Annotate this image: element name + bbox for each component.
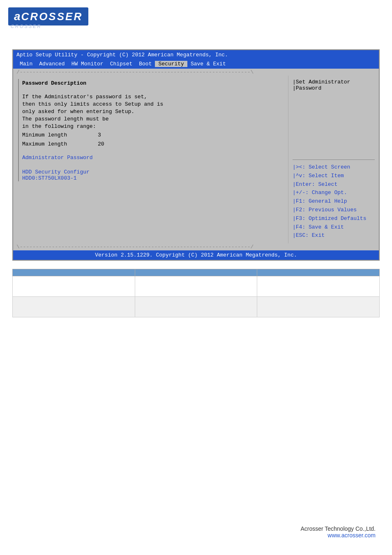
footer-url: www.acrosser.com	[300, 532, 376, 539]
table-cell	[257, 297, 380, 317]
data-table	[12, 269, 380, 317]
max-length-value: 20	[98, 140, 104, 149]
bios-title-text: Aptio Setup Utility - Copyright (C) 2012…	[16, 52, 228, 58]
logo-letter: a	[14, 10, 21, 23]
desc-line-4: The password length must be	[22, 116, 284, 122]
menu-main[interactable]: Main	[16, 61, 36, 67]
help-line-3: |Enter: Select	[293, 180, 375, 189]
min-length-value: 3	[98, 131, 101, 140]
help-line-1: |><: Select Screen	[293, 163, 375, 172]
admin-password-label: Administrator Password	[22, 155, 284, 161]
right-divider	[293, 160, 375, 160]
right-password: |Password	[293, 85, 375, 91]
desc-line-3: only asked for when entering Setup.	[22, 109, 284, 115]
desc-line-5: in the following range:	[22, 123, 284, 130]
menu-hwmonitor[interactable]: HW Monitor	[68, 61, 107, 67]
help-line-6: |F2: Previous Values	[293, 206, 375, 215]
menu-chipset[interactable]: Chipset	[107, 61, 136, 67]
bios-left-panel: Password Description If the Administrato…	[13, 76, 288, 243]
table-header-2	[135, 269, 257, 276]
help-line-9: |ESC: Exit	[293, 231, 375, 240]
table-area	[12, 269, 380, 317]
help-line-4: |+/-: Change Opt.	[293, 189, 375, 197]
help-line-2: |^v: Select Item	[293, 172, 375, 180]
bios-version: Version 2.15.1229. Copyright (C) 2012 Am…	[13, 250, 379, 260]
footer-company: Acrosser Technology Co.,Ltd.	[300, 525, 376, 532]
password-description-header: Password Description	[22, 79, 86, 88]
table-header-3	[257, 269, 380, 276]
table-cell	[13, 276, 135, 297]
bios-right-top: |Set Administrator |Password	[293, 79, 375, 91]
right-set-admin: |Set Administrator	[293, 79, 375, 85]
menu-security[interactable]: Security	[155, 61, 187, 67]
bios-menubar: Main Advanced HW Monitor Chipset Boot Se…	[13, 60, 379, 69]
table-row	[13, 276, 380, 297]
menu-advanced[interactable]: Advanced	[36, 61, 68, 67]
desc-line-1: If the Administrator's password is set,	[22, 94, 284, 100]
bios-top-separator: /---------------------------------------…	[13, 69, 379, 76]
min-length-row: Minimum length 3	[22, 131, 284, 140]
help-line-7: |F3: Optimized Defaults	[293, 215, 375, 223]
min-length-label: Minimum length	[22, 131, 96, 140]
table-cell	[257, 276, 380, 297]
menu-save-exit[interactable]: Save & Exit	[187, 61, 229, 67]
help-line-8: |F4: Save & Exit	[293, 223, 375, 232]
logo-box: a CROSSER	[8, 7, 88, 25]
table-cell	[135, 297, 257, 317]
bios-right-panel: |Set Administrator |Password |><: Select…	[288, 76, 379, 243]
desc-line-2: then this only limits access to Setup an…	[22, 101, 284, 107]
logo-text: CROSSER	[21, 10, 83, 23]
menu-boot[interactable]: Boot	[136, 61, 155, 67]
key-help-section: |><: Select Screen |^v: Select Item |Ent…	[293, 163, 375, 240]
bios-version-text: Version 2.15.1229. Copyright (C) 2012 Am…	[95, 252, 297, 258]
bios-bottom-separator: \---------------------------------------…	[13, 243, 379, 250]
max-length-row: Maximum length 20	[22, 140, 284, 149]
bios-left-inner: Password Description If the Administrato…	[18, 79, 284, 181]
max-length-label: Maximum length	[22, 140, 96, 149]
table-cell	[13, 297, 135, 317]
logo-area: a CROSSER CROSSER	[0, 0, 392, 33]
hdd-device: HDD0:ST750LX003-1	[22, 175, 284, 181]
hdd-security-label: HDD Security Configur	[22, 169, 284, 175]
table-header-1	[13, 269, 135, 276]
bios-title: Aptio Setup Utility - Copyright (C) 2012…	[13, 50, 379, 60]
help-line-5: |F1: General Help	[293, 197, 375, 206]
table-row	[13, 297, 380, 317]
bios-content: Password Description If the Administrato…	[13, 76, 379, 243]
page-footer: Acrosser Technology Co.,Ltd. www.acrosse…	[300, 525, 376, 539]
table-cell	[135, 276, 257, 297]
bios-terminal: Aptio Setup Utility - Copyright (C) 2012…	[12, 49, 380, 261]
